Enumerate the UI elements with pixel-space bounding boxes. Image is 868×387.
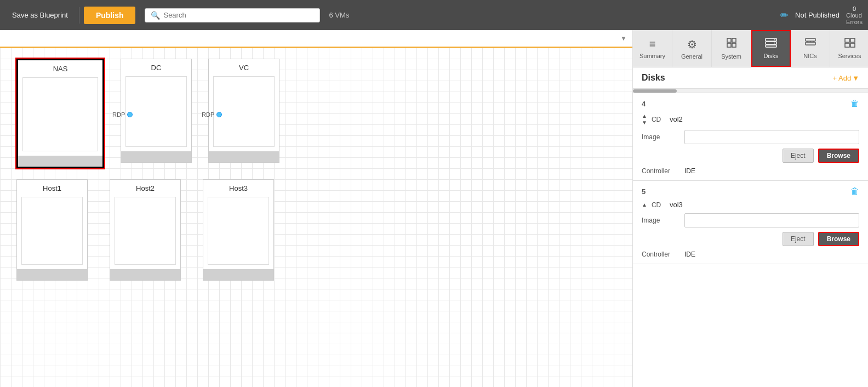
- vm-inner-host1: [21, 197, 83, 265]
- disk-4-image-row: Image: [642, 130, 859, 144]
- disk-5-arrow-up[interactable]: ▲: [642, 202, 647, 208]
- tab-summary-label: Summary: [639, 53, 665, 59]
- svg-point-7: [774, 39, 775, 41]
- tab-summary[interactable]: ≡ Summary: [633, 30, 672, 67]
- tab-bar: ≡ Summary ⚙ General System: [633, 30, 868, 67]
- vm-title-dc: DC: [146, 59, 167, 74]
- vm-box-nas[interactable]: NAS: [16, 59, 104, 168]
- cloud-errors-label: CloudErrors: [846, 12, 863, 25]
- panel-content: Disks + Add ▼ 4 🗑 ▲ ▼: [633, 67, 868, 387]
- disk-5-controller-value: IDE: [684, 251, 695, 258]
- disk-4-controller-label: Controller: [642, 167, 680, 175]
- vm-box-vc[interactable]: VC: [208, 59, 279, 163]
- disk-4-image-label: Image: [642, 133, 680, 141]
- scroll-thumb: [633, 89, 677, 93]
- not-published-status[interactable]: Not Published: [795, 11, 840, 19]
- toolbar-right: ✏ Not Published 0 CloudErrors: [780, 5, 863, 25]
- vm-title-vc: VC: [233, 59, 254, 74]
- canvas-dropdown-bar[interactable]: ▼: [0, 30, 632, 48]
- vm-footer-vc: [209, 151, 279, 162]
- svg-rect-0: [727, 38, 731, 42]
- svg-rect-14: [845, 38, 849, 42]
- disk-4-browse-button[interactable]: Browse: [818, 149, 859, 163]
- delete-disk-4-button[interactable]: 🗑: [850, 99, 859, 109]
- vm-box-host2[interactable]: Host2: [110, 179, 181, 281]
- cloud-errors-button[interactable]: 0 CloudErrors: [846, 5, 863, 25]
- disk-section-4: 4 🗑 ▲ ▼ CD vol2 Image Eject: [633, 93, 868, 181]
- main-container: ▼ NAS DC RDP VC: [0, 30, 868, 387]
- disk-number-5: 5: [642, 187, 646, 196]
- tab-general[interactable]: ⚙ General: [672, 30, 712, 67]
- disk-4-reorder[interactable]: ▲ ▼: [642, 113, 647, 126]
- vm-footer-host1: [17, 269, 87, 280]
- search-icon: 🔍: [151, 11, 160, 20]
- vm-inner-vc: [213, 76, 275, 147]
- disk-4-eject-button[interactable]: Eject: [783, 149, 814, 163]
- panel-title: Disks: [642, 73, 665, 83]
- rdp-badge-vc: RDP: [202, 111, 222, 118]
- disk-5-image-row: Image: [642, 213, 859, 227]
- disk-5-eject-button[interactable]: Eject: [783, 232, 814, 246]
- vm-title-host1: Host1: [37, 180, 67, 195]
- save-as-blueprint-button[interactable]: Save as Blueprint: [5, 8, 75, 22]
- search-input[interactable]: [163, 11, 314, 19]
- rdp-dc-label: RDP: [112, 111, 125, 118]
- tab-disks[interactable]: Disks: [751, 30, 791, 67]
- vm-box-host3[interactable]: Host3: [203, 179, 274, 281]
- vm-title-host2: Host2: [130, 180, 160, 195]
- svg-rect-17: [850, 43, 855, 47]
- canvas-dropdown-arrow[interactable]: ▼: [620, 35, 627, 42]
- svg-rect-15: [850, 38, 855, 42]
- svg-rect-16: [845, 43, 849, 47]
- disk-4-arrow-up[interactable]: ▲: [642, 113, 647, 119]
- svg-rect-3: [732, 43, 736, 47]
- disk-4-btn-row: Eject Browse: [642, 149, 859, 163]
- disk-4-image-input[interactable]: [684, 130, 859, 144]
- tab-services[interactable]: Services: [830, 30, 868, 67]
- toolbar-divider-2: [140, 7, 140, 24]
- disk-section-header-5: 5 🗑: [642, 186, 859, 196]
- tab-general-label: General: [681, 53, 703, 60]
- tab-nics-label: NICs: [803, 53, 816, 59]
- tab-system[interactable]: System: [712, 30, 751, 67]
- canvas-grid[interactable]: NAS DC RDP VC RDP: [0, 48, 632, 387]
- vm-box-host1[interactable]: Host1: [16, 179, 88, 281]
- disks-icon: [765, 38, 777, 50]
- add-disk-button[interactable]: + Add ▼: [833, 74, 860, 82]
- tab-services-label: Services: [838, 53, 861, 59]
- disk-5-controller-label: Controller: [642, 251, 680, 258]
- disk-5-type: CD: [652, 201, 665, 209]
- vm-footer-host2: [110, 269, 180, 280]
- tab-nics[interactable]: NICs: [791, 30, 830, 67]
- vm-box-dc[interactable]: DC: [121, 59, 192, 163]
- disk-row-5: ▲ CD vol3: [642, 201, 859, 209]
- disk-5-reorder[interactable]: ▲: [642, 202, 647, 208]
- vm-inner-dc: [125, 76, 187, 147]
- services-icon: [844, 38, 855, 50]
- vm-footer-host3: [203, 269, 273, 280]
- publish-button[interactable]: Publish: [84, 7, 136, 24]
- disk-5-controller-row: Controller IDE: [642, 251, 859, 258]
- svg-rect-10: [806, 42, 815, 45]
- cloud-errors-count: 0: [853, 5, 856, 12]
- disk-4-arrow-down[interactable]: ▼: [642, 119, 647, 126]
- edit-icon-button[interactable]: ✏: [780, 9, 789, 21]
- canvas-area: ▼ NAS DC RDP VC: [0, 30, 632, 387]
- tab-system-label: System: [721, 53, 741, 60]
- rdp-dc-dot: [127, 112, 133, 117]
- tab-disks-label: Disks: [764, 53, 779, 59]
- disk-4-controller-value: IDE: [684, 167, 695, 175]
- vm-title-host3: Host3: [224, 180, 253, 195]
- disk-5-browse-button[interactable]: Browse: [818, 232, 859, 246]
- vm-title-nas: NAS: [48, 60, 73, 75]
- delete-disk-5-button[interactable]: 🗑: [850, 186, 859, 196]
- svg-rect-9: [806, 38, 815, 41]
- disk-5-image-input[interactable]: [684, 213, 859, 227]
- scroll-track: [633, 89, 868, 93]
- system-icon: [726, 37, 737, 51]
- disk-5-image-label: Image: [642, 217, 680, 224]
- disk-5-name: vol3: [670, 201, 683, 209]
- disk-section-header-4: 4 🗑: [642, 99, 859, 109]
- svg-rect-2: [727, 43, 731, 47]
- disk-row-4: ▲ ▼ CD vol2: [642, 113, 859, 126]
